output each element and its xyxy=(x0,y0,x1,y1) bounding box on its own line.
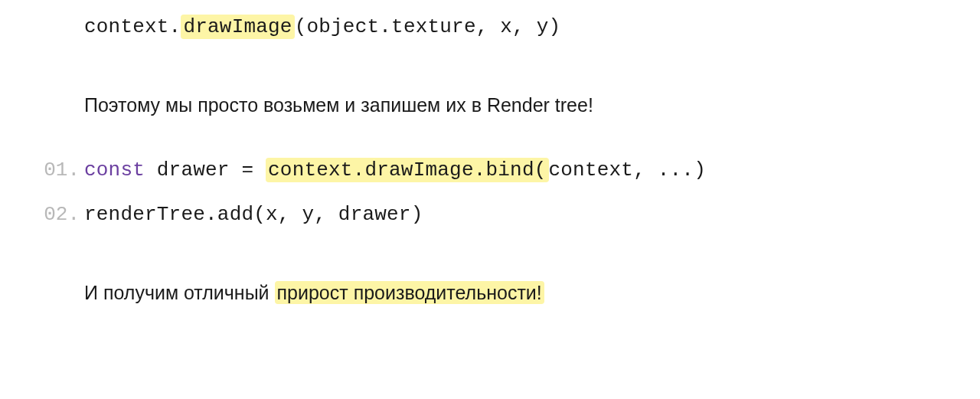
text-highlight: прирост производительности! xyxy=(275,281,544,304)
code-text: drawer = xyxy=(145,159,266,182)
code-highlight: drawImage xyxy=(181,15,294,39)
code-text: context. xyxy=(84,15,181,38)
code-text: renderTree.add(x, y, drawer) xyxy=(84,203,423,226)
paragraph-text: Поэтому мы просто возьмем и запишем их в… xyxy=(84,94,593,116)
paragraph-2: И получим отличный прирост производитель… xyxy=(23,280,957,306)
paragraph-1: Поэтому мы просто возьмем и запишем их в… xyxy=(23,92,957,119)
code-text: context, ...) xyxy=(549,159,706,182)
paragraph-text: И получим отличный xyxy=(84,282,275,303)
code-highlight: context.drawImage.bind( xyxy=(266,158,548,182)
code-keyword: const xyxy=(84,159,145,182)
code-line-0: context.drawImage(object.texture, x, y) xyxy=(23,15,957,38)
line-number: 02. xyxy=(44,203,80,226)
code-text: (object.texture, x, y) xyxy=(295,15,561,38)
line-number: 01. xyxy=(44,159,80,182)
code-line-2: 02. renderTree.add(x, y, drawer) xyxy=(23,203,957,226)
code-line-1: 01. const drawer = context.drawImage.bin… xyxy=(23,159,957,182)
